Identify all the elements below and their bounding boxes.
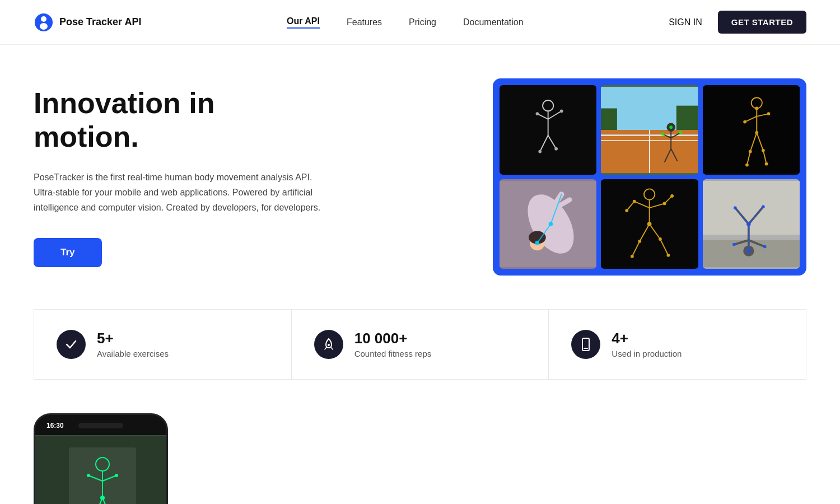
- logo-text: Pose Tracker API: [59, 16, 141, 28]
- phone-video-area: [35, 435, 166, 504]
- stat-text-exercises: 5+ Available exercises: [97, 331, 169, 358]
- svg-point-28: [679, 131, 683, 134]
- grid-cell-6: [703, 179, 800, 269]
- phone-time: 16:30: [46, 422, 64, 430]
- svg-point-42: [749, 150, 752, 153]
- svg-point-73: [631, 255, 634, 258]
- svg-point-26: [670, 125, 673, 129]
- svg-point-74: [659, 237, 662, 241]
- get-started-button[interactable]: GET STARTED: [718, 11, 806, 34]
- svg-point-9: [536, 112, 539, 115]
- svg-point-105: [87, 474, 90, 477]
- mobile-icon: [571, 330, 600, 359]
- logo-icon: [34, 12, 54, 32]
- svg-point-2: [40, 23, 48, 30]
- svg-point-67: [633, 200, 636, 203]
- hero-title: Innovation in motion.: [34, 87, 325, 154]
- nav-item-pricing[interactable]: Pricing: [409, 17, 436, 27]
- svg-line-8: [548, 136, 556, 149]
- svg-point-40: [767, 112, 770, 115]
- svg-point-38: [755, 107, 758, 110]
- nav-links: Our API Features Pricing Documentation: [287, 16, 524, 29]
- stat-number-reps: 10 000+: [354, 331, 432, 346]
- svg-point-72: [638, 240, 642, 243]
- navbar: Pose Tracker API Our API Features Pricin…: [0, 0, 840, 45]
- svg-point-71: [647, 222, 652, 226]
- svg-line-6: [548, 111, 562, 119]
- image-grid: [500, 85, 800, 269]
- stat-label-exercises: Available exercises: [97, 349, 169, 358]
- nav-right: SIGN IN GET STARTED: [669, 11, 806, 34]
- svg-point-89: [732, 243, 736, 246]
- svg-point-75: [667, 254, 670, 257]
- stat-number-exercises: 5+: [97, 331, 169, 346]
- svg-point-69: [663, 202, 666, 206]
- stat-label-reps: Counted fitness reps: [354, 349, 432, 358]
- nav-link-our-api[interactable]: Our API: [287, 16, 320, 26]
- try-button[interactable]: Try: [34, 238, 102, 267]
- nav-item-features[interactable]: Features: [347, 17, 382, 27]
- svg-point-3: [543, 100, 553, 111]
- grid-cell-2: [601, 85, 698, 175]
- sign-in-button[interactable]: SIGN IN: [669, 17, 702, 27]
- svg-point-1: [41, 16, 46, 22]
- svg-line-5: [537, 114, 548, 119]
- nav-link-pricing[interactable]: Pricing: [409, 17, 436, 27]
- hero-left: Innovation in motion. PoseTracker is the…: [34, 87, 325, 267]
- svg-point-106: [115, 474, 118, 477]
- svg-point-90: [763, 245, 767, 249]
- svg-point-43: [762, 149, 765, 152]
- nav-link-documentation[interactable]: Documentation: [463, 17, 524, 27]
- stat-label-production: Used in production: [612, 349, 682, 358]
- phone-screen: Retour Finir: [35, 435, 166, 504]
- grid-cell-4: [500, 179, 596, 269]
- image-grid-container: [493, 78, 806, 276]
- nav-item-our-api[interactable]: Our API: [287, 16, 320, 29]
- svg-point-10: [560, 109, 563, 113]
- logo-area: Pose Tracker API: [34, 12, 141, 32]
- stat-item-reps: 10 000+ Counted fitness reps: [292, 310, 549, 379]
- svg-rect-77: [703, 181, 800, 235]
- stat-text-production: 4+ Used in production: [612, 331, 682, 358]
- svg-point-94: [328, 344, 330, 346]
- hero-section: Innovation in motion. PoseTracker is the…: [0, 45, 840, 309]
- svg-point-44: [745, 164, 749, 167]
- svg-point-68: [626, 209, 629, 212]
- rocket-icon: [314, 330, 343, 359]
- svg-line-7: [540, 136, 548, 152]
- svg-point-11: [538, 150, 542, 153]
- svg-point-70: [671, 194, 674, 198]
- svg-point-12: [554, 147, 558, 151]
- nav-item-documentation[interactable]: Documentation: [463, 17, 524, 27]
- grid-cell-1: [500, 85, 596, 175]
- stat-number-production: 4+: [612, 331, 682, 346]
- grid-cell-3: [703, 85, 800, 175]
- stat-text-reps: 10 000+ Counted fitness reps: [354, 331, 432, 358]
- stats-bar: 5+ Available exercises 10 000+ Counted f…: [34, 309, 806, 380]
- svg-rect-18: [601, 108, 617, 130]
- svg-point-27: [661, 133, 665, 136]
- svg-point-107: [100, 496, 105, 500]
- svg-rect-19: [676, 106, 698, 130]
- bottom-section: 16:30: [0, 380, 840, 504]
- svg-point-45: [764, 162, 768, 166]
- hero-description: PoseTracker is the first real-time human…: [34, 170, 325, 216]
- stat-item-exercises: 5+ Available exercises: [34, 310, 292, 379]
- phone-mockup: 16:30: [34, 413, 168, 504]
- svg-point-39: [743, 120, 746, 124]
- phone-notch: [78, 423, 123, 428]
- hero-right: [493, 78, 806, 276]
- checkmark-icon: [57, 330, 86, 359]
- svg-rect-29: [703, 87, 800, 173]
- svg-point-41: [755, 131, 758, 134]
- stat-item-production: 4+ Used in production: [549, 310, 806, 379]
- nav-link-features[interactable]: Features: [347, 17, 382, 27]
- grid-cell-5: [601, 179, 698, 269]
